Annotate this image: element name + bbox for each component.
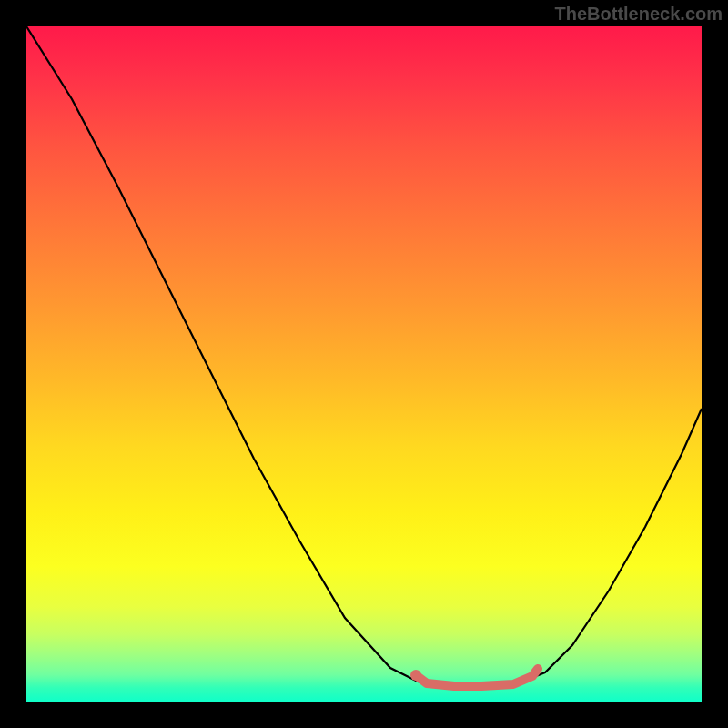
gradient-background bbox=[26, 26, 702, 702]
watermark-text: TheBottleneck.com bbox=[555, 4, 723, 25]
chart-area bbox=[26, 26, 702, 702]
